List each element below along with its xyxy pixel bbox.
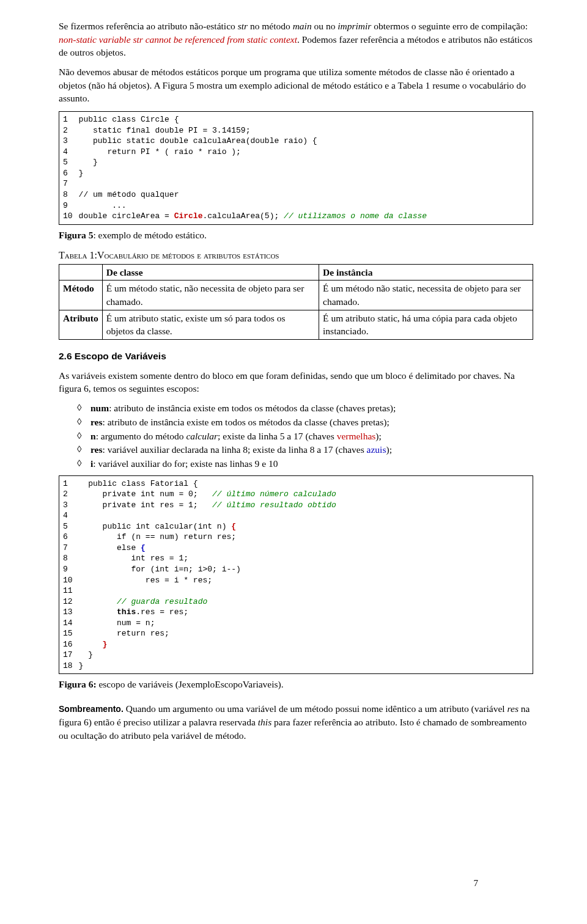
list-item: n: argumento do método calcular; existe … bbox=[77, 430, 533, 443]
code-body: public class Circle { static final doubl… bbox=[79, 114, 529, 221]
code-line: // um método qualquer bbox=[79, 190, 179, 199]
code-line: public static double calculaArea(double … bbox=[79, 136, 317, 145]
code-figure-5: 1 2 3 4 5 6 7 8 9 10 public class Circle… bbox=[59, 111, 533, 224]
vocab-table: De classe De instância Método É um métod… bbox=[59, 264, 533, 340]
cell: É um método não static, necessita de obj… bbox=[319, 280, 533, 310]
fig5-label: Figura 5 bbox=[59, 230, 93, 240]
text: ; existe da linha 5 a 17 (chaves bbox=[218, 431, 337, 441]
brace-open: { bbox=[141, 543, 146, 552]
brace-open: { bbox=[231, 522, 236, 531]
brace-blue: azuis bbox=[367, 444, 386, 455]
code-line: return res; bbox=[79, 629, 169, 638]
code-line: res = i * res; bbox=[79, 576, 212, 585]
code-line: int res = 1; bbox=[79, 554, 188, 563]
code-line bbox=[79, 597, 117, 606]
text: Quando um argumento ou uma variável de u… bbox=[124, 703, 508, 714]
class-ref: Circle bbox=[174, 211, 203, 221]
list-item: num: atributo de instância existe em tod… bbox=[77, 402, 533, 415]
code-line: public class Circle { bbox=[79, 115, 179, 124]
para-intro-2: Não devemos abusar de métodos estáticos … bbox=[59, 65, 533, 105]
code-comment: // guarda resultado bbox=[117, 597, 207, 606]
page-number: 7 bbox=[474, 877, 479, 890]
code-line: if (n == num) return res; bbox=[79, 532, 236, 541]
code-comment: // utilizamos o nome da classe bbox=[284, 211, 427, 221]
table-row: Método É um método static, não necessita… bbox=[59, 280, 533, 310]
empty-cell bbox=[59, 264, 103, 280]
list-item: res: atributo de instância existe em tod… bbox=[77, 416, 533, 429]
cell: É um atributo static, existe um só para … bbox=[102, 310, 319, 339]
kw-this: this bbox=[258, 717, 271, 727]
code-line: public class Fatorial { bbox=[79, 479, 198, 488]
row-metodo: Método bbox=[59, 280, 103, 310]
text: : argumento do método bbox=[96, 431, 186, 441]
sombreamento-lead: Sombreamento. bbox=[59, 704, 124, 714]
scope-list: num: atributo de instância existe em tod… bbox=[59, 402, 533, 470]
code-line: private int res = 1; bbox=[79, 501, 212, 510]
code-line: else bbox=[79, 543, 141, 552]
code-line bbox=[79, 607, 117, 617]
para-scope-intro: As variáveis existem somente dentro do b… bbox=[59, 369, 533, 395]
col-de-classe: De classe bbox=[102, 264, 319, 280]
text: obtermos o seguinte erro de compilação: bbox=[371, 21, 528, 31]
text: ); bbox=[375, 431, 381, 441]
section-2-6-heading: 2.6 Escopo de Variáveis bbox=[59, 350, 533, 363]
method-name: calcular bbox=[186, 431, 218, 441]
code-line: for (int i=n; i>0; i--) bbox=[79, 565, 241, 574]
var-res: res bbox=[508, 703, 519, 714]
code-line: private int num = 0; bbox=[79, 490, 212, 499]
list-item: res: variável auxiliar declarada na linh… bbox=[77, 443, 533, 457]
para-intro-1: Se fizermos referência ao atributo não-e… bbox=[59, 20, 533, 59]
var-str: str bbox=[238, 21, 248, 31]
this-keyword: this bbox=[117, 607, 136, 617]
method-main: main bbox=[293, 21, 312, 31]
code-line: num = n; bbox=[79, 618, 155, 628]
brace-red: vermelhas bbox=[337, 431, 376, 441]
cell: É um atributo static, há uma cópia para … bbox=[319, 310, 533, 339]
code-line: } bbox=[79, 169, 84, 178]
fig6-label: Figura 6: bbox=[59, 679, 97, 689]
fig5-text: : exemplo de método estático. bbox=[93, 230, 207, 240]
row-atributo: Atributo bbox=[59, 310, 103, 339]
code-line: return PI * ( raio * raio ); bbox=[79, 147, 241, 156]
code-line: ... bbox=[79, 201, 127, 210]
figure-5-caption: Figura 5: exemplo de método estático. bbox=[59, 229, 533, 242]
code-comment: // último número calculado bbox=[212, 490, 336, 499]
text: : atributo de instância existe em todos … bbox=[109, 403, 396, 413]
figure-6-caption: Figura 6: escopo de variáveis (JexemploE… bbox=[59, 678, 533, 691]
table-1-caption: Tabela 1:Vocabulário de métodos e atribu… bbox=[59, 249, 533, 262]
code-comment: // último resultado obtido bbox=[212, 501, 336, 510]
method-imprimir: imprimir bbox=[338, 21, 371, 31]
var-name: n bbox=[90, 431, 96, 441]
code-line: } bbox=[79, 158, 98, 167]
table-header-row: De classe De instância bbox=[59, 264, 533, 280]
text: no método bbox=[248, 21, 293, 31]
code-line: .calculaArea(5); bbox=[202, 211, 284, 221]
code-figure-6: 1 2 3 4 5 6 7 8 9 10 11 12 13 14 15 16 1… bbox=[59, 475, 533, 675]
var-name: res bbox=[90, 444, 103, 455]
cell: É um método static, não necessita de obj… bbox=[102, 280, 319, 310]
line-numbers: 1 2 3 4 5 6 7 8 9 10 bbox=[63, 114, 79, 221]
code-line: } bbox=[79, 650, 93, 659]
table-row: Atributo É um atributo static, existe um… bbox=[59, 310, 533, 339]
code-line: public int calcular(int n) bbox=[79, 522, 232, 531]
fig6-text: escopo de variáveis (JexemploEscopoVaria… bbox=[97, 679, 284, 689]
text: : variável auxiliar declarada na linha 8… bbox=[103, 444, 367, 455]
text: : atributo de instância existe em todos … bbox=[103, 417, 389, 427]
var-name: num bbox=[90, 403, 109, 413]
code-line: } bbox=[79, 661, 84, 670]
text: : variável auxiliar do for; existe nas l… bbox=[93, 458, 278, 469]
text: ou no bbox=[312, 21, 338, 31]
col-de-instancia: De instância bbox=[319, 264, 533, 280]
text: Se fizermos referência ao atributo não-e… bbox=[59, 21, 238, 31]
code-line: .res = res; bbox=[136, 607, 188, 617]
text: ); bbox=[386, 444, 391, 455]
code-line: double circleArea = bbox=[79, 211, 174, 221]
list-item: i: variável auxiliar do for; existe nas … bbox=[77, 457, 533, 471]
code-body: public class Fatorial { private int num … bbox=[79, 479, 529, 672]
code-line: static final double PI = 3.14159; bbox=[79, 126, 251, 135]
compiler-error: non-static variable str cannot be refere… bbox=[59, 34, 297, 45]
var-name: res bbox=[90, 417, 103, 427]
brace-close: } bbox=[79, 640, 108, 649]
para-sombreamento: Sombreamento. Quando um argumento ou uma… bbox=[59, 702, 533, 742]
line-numbers: 1 2 3 4 5 6 7 8 9 10 11 12 13 14 15 16 1… bbox=[63, 479, 79, 672]
